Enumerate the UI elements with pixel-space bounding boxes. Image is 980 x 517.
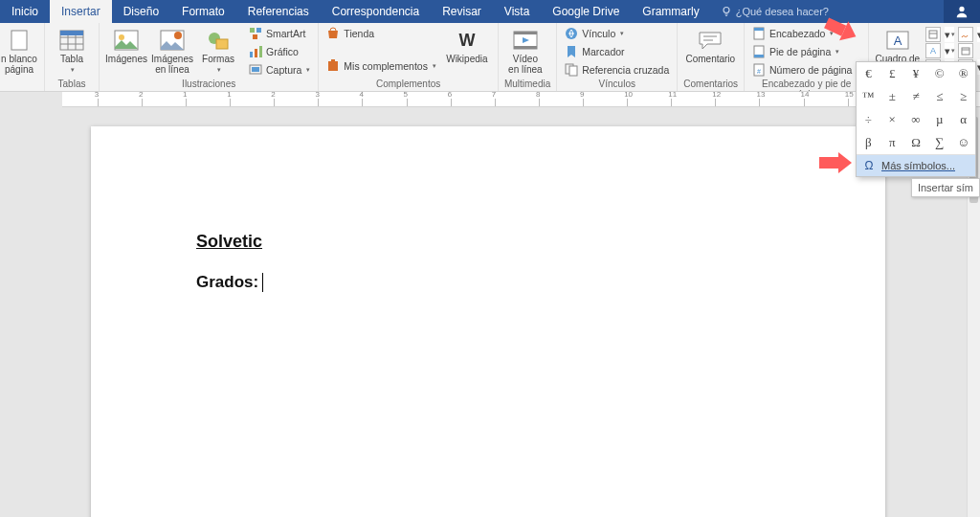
symbol-cell[interactable]: π (880, 131, 904, 154)
captura-button[interactable]: Captura (247, 61, 312, 79)
wikipedia-button[interactable]: W Wikipedia (442, 25, 492, 75)
footer-icon (752, 45, 766, 58)
wikipedia-icon: W (454, 29, 480, 52)
ruler-mark: 5 (407, 99, 451, 106)
account-button[interactable] (944, 0, 980, 23)
ruler-mark: 12 (715, 99, 759, 106)
page-number-icon: # (752, 63, 766, 77)
numero-pagina-button[interactable]: #Número de página (750, 61, 862, 79)
symbol-cell[interactable]: © (927, 62, 951, 85)
ruler-mark: 2 (142, 99, 186, 106)
text-cursor (262, 273, 263, 292)
table-icon (58, 29, 85, 52)
datetime-button[interactable] (958, 43, 973, 58)
tab-grammarly[interactable]: Grammarly (631, 0, 710, 23)
pie-pagina-button[interactable]: Pie de página (750, 43, 862, 60)
symbol-cell[interactable]: ≤ (927, 85, 951, 108)
symbol-cell[interactable]: µ (927, 108, 951, 131)
group-label-comentarios: Comentarios (683, 79, 738, 89)
symbol-cell[interactable]: ☺ (951, 131, 975, 154)
header-icon (752, 27, 766, 40)
tell-me-search[interactable]: ¿Qué desea hacer? (711, 0, 838, 23)
ruler-mark: 11 (671, 99, 715, 106)
more-symbols-button[interactable]: Ω Más símbolos... (857, 154, 975, 176)
tab-insertar[interactable]: Insertar (50, 0, 112, 23)
symbol-cell[interactable]: ≠ (904, 85, 928, 108)
ruler-mark: 4 (362, 99, 406, 106)
tab-formato[interactable]: Formato (170, 0, 236, 23)
signature-button[interactable] (958, 27, 973, 42)
symbol-cell[interactable]: ∞ (904, 108, 928, 131)
group-ilustraciones: Imágenes Imágenes en línea Formas SmartA… (100, 23, 319, 91)
symbol-cell[interactable]: € (857, 62, 880, 85)
mis-complementos-button[interactable]: Mis complementos (324, 57, 438, 75)
wordart-button[interactable]: A (925, 43, 941, 58)
ruler-mark: 3 (318, 99, 362, 106)
tab-googledrive[interactable]: Google Drive (541, 0, 631, 23)
svg-text:#: # (757, 68, 761, 75)
ruler-mark: 10 (627, 99, 671, 106)
symbol-cell[interactable]: ∑ (927, 131, 951, 154)
svg-rect-31 (754, 55, 764, 57)
symbol-cell[interactable]: ™ (857, 85, 880, 108)
page-icon (6, 29, 33, 52)
svg-rect-11 (250, 28, 255, 33)
horizontal-ruler[interactable]: 3211234567891011121314151617 (62, 92, 980, 107)
svg-rect-12 (256, 28, 261, 33)
tab-vista[interactable]: Vista (493, 0, 541, 23)
group-pages-fragment: n blanco página (0, 23, 45, 91)
ruler-mark: 1 (186, 99, 230, 106)
vinculo-button[interactable]: Vínculo (563, 25, 671, 42)
doc-title: Solvetic (196, 232, 780, 252)
group-label-complementos: Complementos (324, 79, 492, 89)
marcador-button[interactable]: Marcador (563, 43, 671, 60)
ruler-mark: 6 (451, 99, 495, 106)
symbol-cell[interactable]: ± (880, 85, 904, 108)
symbol-cell[interactable]: £ (880, 62, 904, 85)
chart-icon (249, 45, 262, 58)
tab-correspondencia[interactable]: Correspondencia (321, 0, 431, 23)
svg-rect-16 (259, 46, 262, 57)
svg-rect-14 (250, 52, 253, 57)
symbol-cell[interactable]: α (951, 108, 975, 131)
imagenes-button[interactable]: Imágenes (105, 25, 147, 79)
svg-point-8 (174, 32, 182, 39)
tienda-button[interactable]: Tienda (324, 25, 438, 42)
blank-page-button[interactable]: n blanco página (0, 25, 38, 75)
group-label-vinculos: Vínculos (563, 79, 671, 89)
group-complementos: Tienda Mis complementos W Wikipedia Comp… (319, 23, 499, 91)
symbol-cell[interactable]: ® (951, 62, 975, 85)
svg-point-0 (724, 8, 729, 13)
quick-parts-button[interactable] (925, 27, 941, 42)
tab-diseno[interactable]: Diseño (112, 0, 170, 23)
svg-text:A: A (930, 46, 936, 56)
svg-rect-15 (255, 49, 257, 57)
symbol-cell[interactable]: β (857, 131, 880, 154)
svg-rect-10 (216, 39, 228, 49)
tab-referencias[interactable]: Referencias (236, 0, 321, 23)
group-comentarios: Comentario Comentarios (678, 23, 745, 91)
smartart-button[interactable]: SmartArt (247, 25, 312, 42)
grafico-button[interactable]: Gráfico (247, 43, 312, 60)
svg-rect-36 (929, 31, 937, 38)
ref-cruzada-button[interactable]: Referencia cruzada (563, 61, 671, 79)
tab-revisar[interactable]: Revisar (431, 0, 493, 23)
tabla-button[interactable]: Tabla (51, 25, 93, 74)
tab-inicio[interactable]: Inicio (0, 0, 50, 23)
symbol-cell[interactable]: ≥ (951, 85, 975, 108)
group-label-ilustraciones: Ilustraciones (105, 79, 312, 89)
tell-me-text: ¿Qué desea hacer? (736, 6, 829, 17)
symbol-cell[interactable]: Ω (904, 131, 928, 154)
video-en-linea-button[interactable]: Vídeo en línea (504, 25, 546, 75)
document-page[interactable]: Solvetic Grados: (91, 126, 885, 517)
tooltip-insertar-simbolo: Insertar sím (911, 178, 980, 197)
symbol-cell[interactable]: ÷ (857, 108, 880, 131)
ruler-mark: 14 (804, 99, 848, 106)
symbol-cell[interactable]: ¥ (904, 62, 928, 85)
imagenes-en-linea-button[interactable]: Imágenes en línea (151, 25, 193, 79)
group-label-multimedia: Multimedia (504, 79, 550, 89)
symbol-cell[interactable]: × (880, 108, 904, 131)
group-multimedia: Vídeo en línea Multimedia (499, 23, 557, 91)
comentario-button[interactable]: Comentario (683, 25, 737, 64)
formas-button[interactable]: Formas (197, 25, 239, 79)
